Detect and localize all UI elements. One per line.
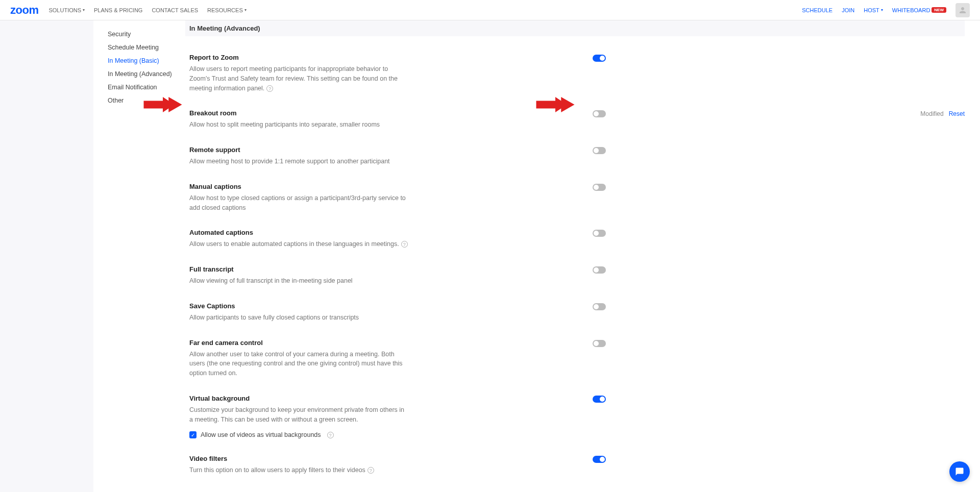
info-icon[interactable]: ? — [266, 85, 273, 92]
setting-breakout: Breakout roomAllow host to split meeting… — [185, 101, 965, 138]
setting-description: Customize your background to keep your e… — [189, 405, 409, 425]
chat-bubble-button[interactable] — [949, 461, 970, 482]
toggle-automated-captions[interactable] — [593, 230, 606, 237]
nav-contact-sales[interactable]: CONTACT SALES — [152, 7, 198, 13]
setting-description: Allow viewing of full transcript in the … — [189, 276, 409, 286]
nav-whiteboard[interactable]: WHITEBOARD NEW — [892, 7, 946, 13]
nav-plans-pricing[interactable]: PLANS & PRICING — [94, 7, 142, 13]
setting-manual-captions: Manual captionsAllow host to type closed… — [185, 175, 965, 221]
nav-join[interactable]: JOIN — [842, 7, 854, 13]
info-icon[interactable]: ? — [401, 241, 408, 248]
setting-title: Manual captions — [189, 183, 593, 190]
nav-host[interactable]: HOST▾ — [864, 7, 883, 13]
toggle-full-transcript[interactable] — [593, 266, 606, 274]
subnav-security[interactable]: Security — [108, 28, 185, 41]
modified-label: Modified — [920, 110, 943, 117]
subnav-in-meeting-advanced-[interactable]: In Meeting (Advanced) — [108, 67, 185, 81]
toggle-save-captions[interactable] — [593, 303, 606, 310]
toggle-far-end[interactable] — [593, 340, 606, 347]
info-icon[interactable]: ? — [327, 432, 334, 438]
subnav-in-meeting-basic-[interactable]: In Meeting (Basic) — [108, 54, 185, 67]
settings-subnav: SecuritySchedule MeetingIn Meeting (Basi… — [93, 20, 185, 492]
setting-far-end: Far end camera controlAllow another user… — [185, 331, 965, 386]
nav-resources[interactable]: RESOURCES▾ — [207, 7, 247, 13]
setting-description: Allow participants to save fully closed … — [189, 313, 409, 323]
setting-description: Allow another user to take control of yo… — [189, 350, 409, 378]
setting-full-transcript: Full transcriptAllow viewing of full tra… — [185, 257, 965, 294]
reset-link[interactable]: Reset — [949, 110, 965, 117]
section-header: In Meeting (Advanced) — [185, 20, 965, 36]
subnav-other[interactable]: Other — [108, 94, 185, 107]
setting-description: Allow users to enable automated captions… — [189, 239, 409, 249]
nav-schedule[interactable]: SCHEDULE — [802, 7, 832, 13]
caret-down-icon: ▾ — [244, 8, 247, 12]
setting-description: Turn this option on to allow users to ap… — [189, 465, 409, 475]
setting-description: Allow meeting host to provide 1:1 remote… — [189, 157, 409, 166]
setting-title: Breakout room — [189, 109, 593, 117]
setting-title: Far end camera control — [189, 339, 593, 347]
top-header: zoom SOLUTIONS▾PLANS & PRICINGCONTACT SA… — [0, 0, 980, 20]
toggle-breakout[interactable] — [593, 110, 606, 117]
setting-title: Automated captions — [189, 229, 593, 236]
toggle-remote-support[interactable] — [593, 147, 606, 154]
caret-down-icon: ▾ — [881, 8, 883, 12]
setting-virtual-bg: Virtual backgroundCustomize your backgro… — [185, 386, 965, 447]
setting-description: Allow host to split meeting participants… — [189, 120, 409, 130]
subnav-email-notification[interactable]: Email Notification — [108, 81, 185, 94]
toggle-virtual-bg[interactable] — [593, 396, 606, 403]
caret-down-icon: ▾ — [83, 8, 85, 12]
nav-solutions[interactable]: SOLUTIONS▾ — [48, 7, 85, 13]
setting-description: Allow host to type closed captions or as… — [189, 193, 409, 213]
checkbox[interactable]: ✓ — [189, 431, 197, 438]
setting-description: Allow users to report meeting participan… — [189, 64, 409, 93]
setting-save-captions: Save CaptionsAllow participants to save … — [185, 294, 965, 331]
info-icon[interactable]: ? — [368, 467, 374, 474]
setting-automated-captions: Automated captionsAllow users to enable … — [185, 220, 965, 257]
setting-video-filters: Video filtersTurn this option on to allo… — [185, 447, 965, 483]
setting-title: Save Captions — [189, 302, 593, 310]
setting-report: Report to ZoomAllow users to report meet… — [185, 45, 965, 101]
setting-title: Video filters — [189, 455, 593, 462]
checkbox-row: ✓Allow use of videos as virtual backgrou… — [189, 431, 593, 438]
left-gutter — [0, 20, 93, 492]
setting-title: Remote support — [189, 146, 593, 154]
subnav-schedule-meeting[interactable]: Schedule Meeting — [108, 41, 185, 54]
setting-remote-support: Remote supportAllow meeting host to prov… — [185, 138, 965, 175]
zoom-logo[interactable]: zoom — [10, 4, 38, 17]
new-badge: NEW — [932, 7, 946, 13]
setting-title: Report to Zoom — [189, 54, 593, 61]
checkbox-label: Allow use of videos as virtual backgroun… — [201, 431, 321, 438]
setting-title: Virtual background — [189, 395, 593, 402]
toggle-video-filters[interactable] — [593, 456, 606, 463]
toggle-manual-captions[interactable] — [593, 184, 606, 191]
toggle-report[interactable] — [593, 55, 606, 62]
avatar[interactable] — [955, 3, 970, 17]
setting-title: Full transcript — [189, 265, 593, 273]
nav-right: SCHEDULE JOIN HOST▾ WHITEBOARD NEW — [802, 3, 970, 17]
